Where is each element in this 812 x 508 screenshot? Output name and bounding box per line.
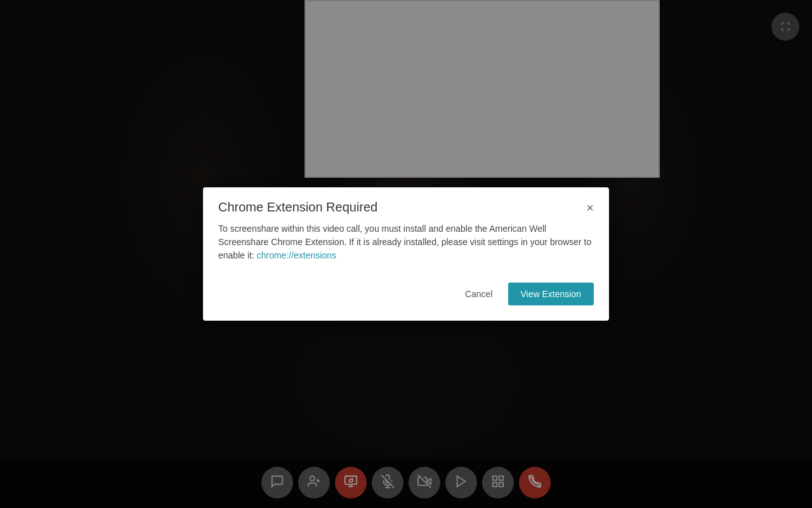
chrome-extensions-link[interactable]: chrome://extensions bbox=[257, 250, 336, 260]
modal-close-button[interactable]: × bbox=[586, 201, 594, 214]
view-extension-button[interactable]: View Extension bbox=[508, 283, 594, 305]
cancel-button[interactable]: Cancel bbox=[457, 284, 501, 304]
modal-body-text: To screenshare within this video call, y… bbox=[218, 222, 594, 262]
modal-body: To screenshare within this video call, y… bbox=[203, 222, 609, 275]
modal-overlay: Chrome Extension Required × To screensha… bbox=[0, 0, 812, 508]
modal-title: Chrome Extension Required bbox=[218, 200, 377, 215]
chrome-extension-modal: Chrome Extension Required × To screensha… bbox=[203, 187, 609, 321]
close-icon: × bbox=[586, 201, 594, 215]
modal-header: Chrome Extension Required × bbox=[203, 187, 609, 222]
modal-footer: Cancel View Extension bbox=[203, 275, 609, 318]
